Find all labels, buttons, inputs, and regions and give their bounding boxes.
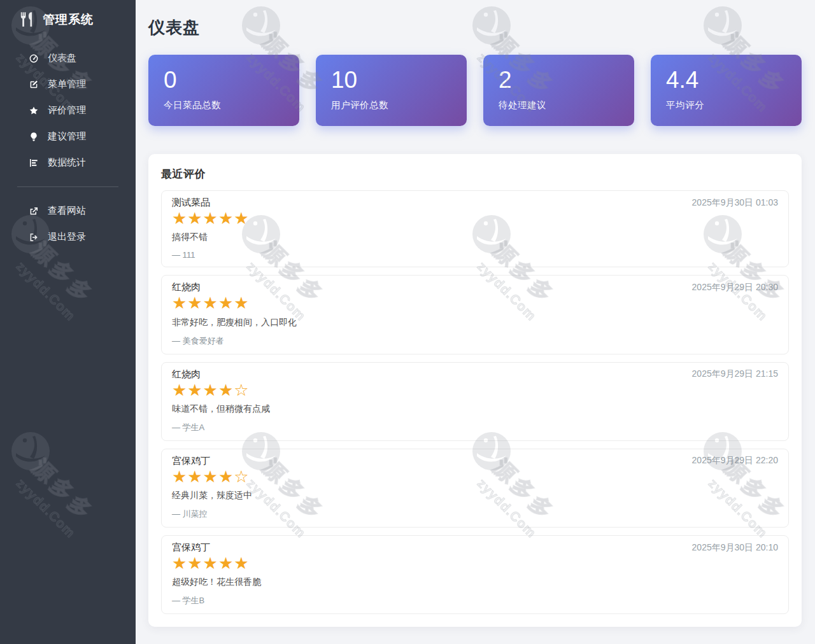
recent-reviews-panel: 最近评价 测试菜品 2025年9月30日 01:03 ★★★★★ 搞得不错 — … xyxy=(148,154,802,627)
review-comment: 味道不错，但稍微有点咸 xyxy=(172,403,778,415)
dish-name: 红烧肉 xyxy=(172,368,201,381)
sidebar-header: 管理系统 xyxy=(0,0,136,38)
stat-label: 平均评分 xyxy=(666,99,786,111)
review-head: 宫保鸡丁 2025年9月29日 22:20 xyxy=(172,455,778,467)
review-author: — 学生A xyxy=(172,422,778,433)
sidebar-item-data-stats[interactable]: 数据统计 xyxy=(0,150,136,176)
sidebar-links: 查看网站 退出登录 xyxy=(0,198,136,250)
gauge-icon xyxy=(28,53,39,64)
review-author: — 111 xyxy=(172,250,778,260)
logout-icon xyxy=(28,232,39,243)
sidebar-item-label: 数据统计 xyxy=(48,157,86,169)
review-author: — 学生B xyxy=(172,595,778,606)
sidebar-item-dashboard[interactable]: 仪表盘 xyxy=(0,45,136,71)
sidebar-menu: 仪表盘 菜单管理 评价管理 建议管理 数据统计 xyxy=(0,45,136,176)
sidebar: 管理系统 仪表盘 菜单管理 评价管理 建议管理 数据统计 查看网站 退出登录 xyxy=(0,0,136,644)
stat-card: 10 用户评价总数 xyxy=(316,55,467,126)
review-card: 宫保鸡丁 2025年9月30日 20:10 ★★★★★ 超级好吃！花生很香脆 —… xyxy=(161,535,789,614)
stat-card: 4.4 平均评分 xyxy=(651,55,802,126)
review-date: 2025年9月30日 20:10 xyxy=(692,542,778,554)
review-head: 测试菜品 2025年9月30日 01:03 xyxy=(172,197,778,209)
stat-label: 用户评价总数 xyxy=(331,99,451,111)
sidebar-item-label: 查看网站 xyxy=(48,205,86,217)
main-content: 仪表盘 0 今日菜品总数 10 用户评价总数 2 待处理建议 4.4 平均评分 … xyxy=(136,0,815,644)
stat-value: 0 xyxy=(164,66,284,94)
star-rating: ★★★★☆ xyxy=(172,382,778,399)
sidebar-divider xyxy=(17,186,118,187)
review-card: 测试菜品 2025年9月30日 01:03 ★★★★★ 搞得不错 — 111 xyxy=(161,190,789,267)
stats-row: 0 今日菜品总数 10 用户评价总数 2 待处理建议 4.4 平均评分 xyxy=(148,55,802,126)
review-comment: 经典川菜，辣度适中 xyxy=(172,490,778,501)
stat-card: 0 今日菜品总数 xyxy=(148,55,299,126)
stat-label: 今日菜品总数 xyxy=(164,99,284,111)
review-date: 2025年9月29日 20:30 xyxy=(692,282,778,293)
stat-value: 4.4 xyxy=(666,66,786,94)
sidebar-item-label: 菜单管理 xyxy=(48,78,86,90)
dish-name: 宫保鸡丁 xyxy=(172,455,210,467)
stat-card: 2 待处理建议 xyxy=(483,55,634,126)
stat-value: 2 xyxy=(499,66,619,94)
review-author: — 美食爱好者 xyxy=(172,335,778,347)
sidebar-item-label: 退出登录 xyxy=(48,231,86,243)
sidebar-item-review-manage[interactable]: 评价管理 xyxy=(0,97,136,123)
star-rating: ★★★★★ xyxy=(172,555,778,572)
review-date: 2025年9月29日 22:20 xyxy=(692,455,778,466)
review-date: 2025年9月29日 21:15 xyxy=(692,368,778,380)
star-rating: ★★★★★ xyxy=(172,295,778,312)
review-date: 2025年9月30日 01:03 xyxy=(692,197,778,209)
sidebar-item-logout[interactable]: 退出登录 xyxy=(0,224,136,250)
sidebar-item-menu-manage[interactable]: 菜单管理 xyxy=(0,71,136,97)
external-link-icon xyxy=(28,206,39,217)
stat-label: 待处理建议 xyxy=(499,99,619,111)
review-card: 宫保鸡丁 2025年9月29日 22:20 ★★★★☆ 经典川菜，辣度适中 — … xyxy=(161,449,789,528)
lightbulb-icon xyxy=(28,131,39,143)
sidebar-item-label: 仪表盘 xyxy=(48,52,76,64)
star-icon xyxy=(28,105,39,116)
bar-chart-icon xyxy=(28,157,39,169)
review-head: 红烧肉 2025年9月29日 21:15 xyxy=(172,368,778,381)
sidebar-item-label: 评价管理 xyxy=(48,104,86,116)
utensils-icon xyxy=(18,11,36,28)
recent-reviews-title: 最近评价 xyxy=(161,167,789,181)
review-card: 红烧肉 2025年9月29日 20:30 ★★★★★ 非常好吃，肥瘦相间，入口即… xyxy=(161,275,789,354)
edit-icon xyxy=(28,79,39,90)
star-rating: ★★★★☆ xyxy=(172,468,778,486)
app-title: 管理系统 xyxy=(43,11,94,28)
dish-name: 测试菜品 xyxy=(172,197,210,209)
star-rating: ★★★★★ xyxy=(172,210,778,227)
review-comment: 搞得不错 xyxy=(172,232,778,243)
dish-name: 宫保鸡丁 xyxy=(172,542,210,554)
sidebar-item-suggest-manage[interactable]: 建议管理 xyxy=(0,123,136,150)
page-title: 仪表盘 xyxy=(148,17,802,39)
review-list: 测试菜品 2025年9月30日 01:03 ★★★★★ 搞得不错 — 111 红… xyxy=(161,190,789,614)
review-author: — 川菜控 xyxy=(172,508,778,520)
sidebar-item-view-site[interactable]: 查看网站 xyxy=(0,198,136,224)
review-head: 红烧肉 2025年9月29日 20:30 xyxy=(172,281,778,293)
review-comment: 超级好吃！花生很香脆 xyxy=(172,577,778,588)
app-root: 管理系统 仪表盘 菜单管理 评价管理 建议管理 数据统计 查看网站 退出登录 仪… xyxy=(0,0,815,644)
dish-name: 红烧肉 xyxy=(172,281,201,293)
review-head: 宫保鸡丁 2025年9月30日 20:10 xyxy=(172,542,778,554)
review-comment: 非常好吃，肥瘦相间，入口即化 xyxy=(172,317,778,328)
sidebar-item-label: 建议管理 xyxy=(48,130,86,143)
review-card: 红烧肉 2025年9月29日 21:15 ★★★★☆ 味道不错，但稍微有点咸 —… xyxy=(161,362,789,441)
stat-value: 10 xyxy=(331,66,451,94)
